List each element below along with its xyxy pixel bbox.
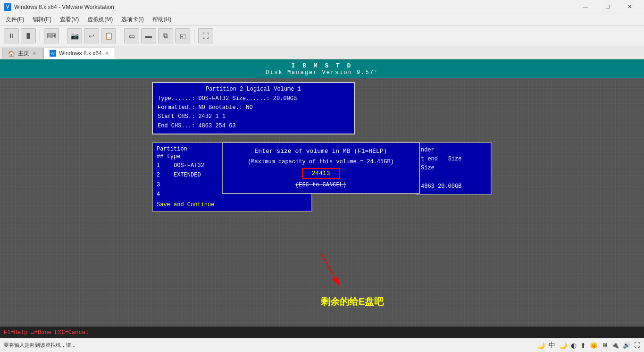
ibm-header-subtitle: Disk Manager Version 9.57' — [266, 69, 378, 76]
tab-vm-label: Windows 8.x x64 — [59, 50, 102, 57]
right-col-header4: Size — [421, 165, 435, 171]
maximize-button[interactable]: ☐ — [597, 0, 618, 14]
vmware-status-text: 要将输入定向到该虚拟机，请... — [4, 342, 75, 349]
partition-col-header: Partition — [157, 146, 187, 152]
dialog-input-area: 24413 — [229, 168, 412, 179]
toolbar-view1[interactable]: ▭ — [124, 28, 139, 43]
status-icon-sun: 🌞 — [590, 342, 598, 349]
vmware-statusbar: 要将输入定向到该虚拟机，请... 🌙 中 🌙 ◐ ⬆ 🌞 🖥 🔌 🔊 ⛶ — [0, 338, 644, 352]
titlebar-left: V Windows 8.x x64 - VMware Workstation — [4, 3, 114, 11]
menu-vm[interactable]: 虚拟机(M) — [84, 15, 117, 25]
status-icon-moon2: 🌙 — [559, 342, 567, 349]
right-panel: nder t end Size Size 4863 20.00GB — [416, 142, 492, 195]
status-icon-up: ⬆ — [580, 342, 586, 349]
titlebar: V Windows 8.x x64 - VMware Workstation —… — [0, 0, 644, 14]
titlebar-title: Windows 8.x x64 - VMware Workstation — [14, 4, 114, 10]
toolbar-snapshot[interactable]: 📷 — [67, 28, 82, 43]
tab-home[interactable]: 🏠 主页 ✕ — [2, 48, 42, 59]
partition-info-box: Partition 2 Logical Volume 1 Type......:… — [152, 82, 355, 134]
partition-1-num: 1 — [157, 162, 170, 169]
usb-icon: 🔌 — [611, 342, 619, 349]
dialog-cancel-text: (ESC to CANCEL) — [229, 182, 412, 188]
volume-size-input[interactable]: 24413 — [302, 168, 340, 179]
toolbar-send-keys[interactable]: ⌨ — [44, 28, 59, 43]
bottom-status-bar: F1=Help ↵=Done ESC=Cancel — [0, 327, 644, 338]
dialog-max-capacity: (Maximum capacity of this volume = 24.41… — [229, 159, 412, 165]
partition-info-title: Partition 2 Logical Volume 1 — [158, 86, 349, 92]
toolbar-fullscreen[interactable]: ⛶ — [198, 28, 213, 43]
toolbar-view2[interactable]: ▬ — [141, 28, 156, 43]
save-continue-text[interactable]: Save and Continue — [157, 201, 308, 208]
bottom-status-text: F1=Help ↵=Done ESC=Cancel — [4, 329, 89, 336]
toolbar-view3[interactable]: ⧉ — [158, 28, 173, 43]
tab-vm-close[interactable]: ✕ — [105, 50, 109, 57]
tab-home-label: 主页 — [18, 50, 29, 58]
partition-info-row4: End CHS...: 4863 254 63 — [158, 122, 349, 131]
toolbar-pause[interactable]: ⏸ — [4, 28, 19, 43]
fullscreen-icon: ⛶ — [634, 342, 640, 349]
partition-2-num: 2 — [157, 172, 170, 178]
vmware-status-left: 要将输入定向到该虚拟机，请... — [4, 342, 75, 349]
right-col-header2: t end — [421, 156, 438, 162]
menu-tab[interactable]: 选项卡(I) — [117, 15, 147, 25]
toolbar-sep3 — [120, 29, 120, 42]
status-icon-lang: 中 — [549, 341, 555, 350]
partition-info-row1: Type......: DOS-FAT32 Size......: 20.00G… — [158, 94, 349, 103]
ibm-header-title: I B M S T D — [292, 62, 353, 69]
menu-edit[interactable]: 编辑(E) — [29, 15, 55, 25]
network-icon: 🖥 — [602, 342, 608, 349]
tab-vm[interactable]: W Windows 8.x x64 ✕ — [43, 48, 115, 59]
toolbar-sep1 — [40, 29, 40, 42]
toolbar-revert[interactable]: ↩ — [84, 28, 99, 43]
toolbar-view4[interactable]: ◱ — [175, 28, 190, 43]
right-col-header3: Size — [448, 156, 462, 162]
tabbar: 🏠 主页 ✕ W Windows 8.x x64 ✕ — [0, 46, 644, 59]
menu-view[interactable]: 查看(V) — [56, 15, 83, 25]
partition-2-type: EXTENDED — [174, 172, 201, 178]
chinese-annotation: 剩余的给E盘吧 — [321, 295, 384, 308]
ibm-header: I B M S T D Disk Manager Version 9.57' — [0, 59, 644, 78]
arrow-annotation — [311, 243, 368, 300]
main-content: I B M S T D Disk Manager Version 9.57' P… — [0, 59, 644, 338]
dialog-title: Enter size of volume in MB (F1=HELP) — [229, 148, 412, 155]
menu-help[interactable]: 帮助(H) — [149, 15, 176, 25]
status-icon-moon: 🌙 — [537, 342, 545, 349]
toolbar: ⏸ ▐▌ ⌨ 📷 ↩ 📋 ▭ ▬ ⧉ ◱ ⛶ — [0, 25, 644, 46]
vmware-status-right: 🌙 中 🌙 ◐ ⬆ 🌞 🖥 🔌 🔊 ⛶ — [537, 341, 640, 350]
app-icon: V — [4, 3, 11, 11]
toolbar-sep4 — [194, 29, 194, 42]
partition-info-row3: Start CHS.: 2432 1 1 — [158, 112, 349, 121]
status-icon-half: ◐ — [571, 342, 577, 349]
partition-4-num: 4 — [157, 191, 160, 198]
svg-line-1 — [321, 253, 340, 286]
partition-3-num: 3 — [157, 182, 160, 188]
right-val2: 20.00GB — [438, 183, 461, 190]
dos-container: I B M S T D Disk Manager Version 9.57' P… — [0, 59, 644, 338]
right-col-header1: nder — [421, 147, 435, 153]
toolbar-pause2[interactable]: ▐▌ — [21, 28, 36, 43]
minimize-button[interactable]: — — [575, 0, 596, 14]
menu-file[interactable]: 文件(F) — [2, 15, 28, 25]
close-button[interactable]: ✕ — [619, 0, 640, 14]
partition-num-header: ## type — [157, 153, 180, 160]
titlebar-controls: — ☐ ✕ — [575, 0, 640, 14]
speaker-icon: 🔊 — [623, 342, 630, 349]
partition-info-row2: Formatted.: NO Bootable.: NO — [158, 103, 349, 112]
toolbar-snapshot2[interactable]: 📋 — [101, 28, 116, 43]
tab-home-close[interactable]: ✕ — [32, 50, 36, 57]
right-panel-header: nder t end Size Size 4863 20.00GB — [421, 146, 487, 191]
menubar: 文件(F) 编辑(E) 查看(V) 虚拟机(M) 选项卡(I) 帮助(H) — [0, 14, 644, 25]
partition-1-type: DOS-FAT32 — [174, 162, 204, 169]
toolbar-sep2 — [63, 29, 63, 42]
home-icon: 🏠 — [8, 50, 15, 57]
vm-icon: W — [50, 50, 56, 57]
right-val1: 4863 — [421, 183, 435, 190]
enter-size-dialog: Enter size of volume in MB (F1=HELP) (Ma… — [222, 142, 420, 194]
